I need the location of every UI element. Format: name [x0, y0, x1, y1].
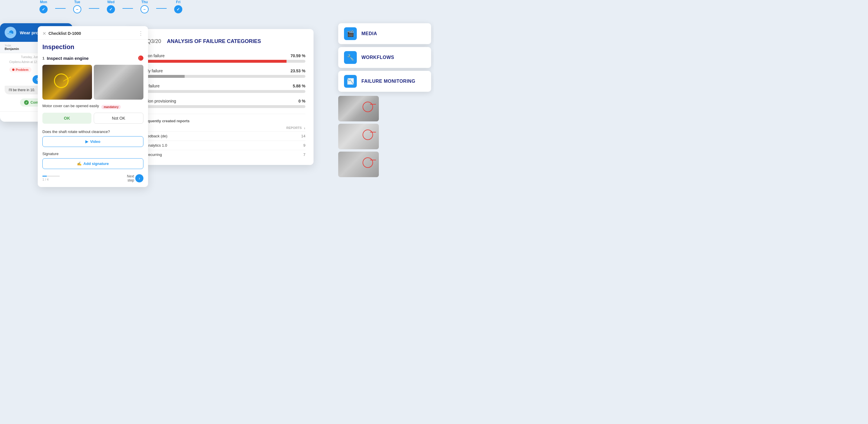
task-label: TASK [5, 44, 19, 47]
next-step-row: Next step › [127, 174, 144, 182]
analysis-title: ANALYSIS OF FAILURE CATEGORIES [167, 38, 261, 44]
engine-image-1 [42, 65, 92, 100]
week-day-thu[interactable]: Thu – [133, 0, 156, 13]
failure-bar-material: Material failure 5.88 % [133, 84, 305, 93]
video-button[interactable]: ▶ Video [42, 136, 144, 147]
week-day-wed[interactable]: Wed ✓ [99, 0, 123, 13]
analysis-quarter: Q3/20 [147, 38, 161, 44]
motor-cover-section: Motor cover can be opened easily mandato… [38, 101, 148, 126]
bar-pct-production: 70.59 % [290, 54, 305, 58]
report-count-2: 7 [244, 150, 305, 159]
bar-track-material [133, 90, 305, 93]
report-title-0: Media feedback (de) [133, 131, 244, 141]
not-ok-button[interactable]: Not OK [94, 113, 144, 124]
signature-icon: ✍ [77, 161, 82, 166]
failure-monitoring-label: FAILURE MONITORING [362, 79, 415, 84]
checklist-id: Checklist D-1000 [49, 31, 81, 36]
bar-track-production [133, 60, 305, 63]
day-circle-wed: ✓ [107, 5, 115, 13]
sort-icon[interactable]: ↓ [304, 126, 306, 129]
sidebar-item-media[interactable]: 🎬 MEDIA [338, 23, 431, 44]
connector-3 [123, 8, 133, 9]
day-circle-fri: ✓ [174, 5, 182, 13]
connector-2 [89, 8, 99, 9]
checklist-item-row: 1 Inspect main engine 🚩 [38, 53, 148, 63]
sidebar-item-workflows[interactable]: 🔧 WORKFLOWS [338, 47, 431, 68]
problem-badge: Problem [9, 67, 31, 72]
checklist-footer: 1 / 4 Next step › [38, 171, 148, 184]
next-step-label2: step [127, 178, 134, 182]
check-icon: ✓ [24, 100, 29, 105]
task-name: Benjamin [5, 47, 19, 51]
failure-monitoring-icon: 📉 [344, 75, 357, 88]
engine-thumb-3 [338, 152, 379, 177]
col-title: TITLE [133, 126, 244, 131]
checklist-header: ✕ Checklist D-1000 ⋮ [38, 26, 148, 40]
progress-bar [42, 176, 60, 177]
week-day-fri[interactable]: Fri ✓ [167, 0, 190, 13]
divider [133, 114, 305, 114]
motor-buttons: OK Not OK [42, 113, 144, 124]
table-row: Media feedback (de) 14 [133, 131, 305, 141]
failure-bar-production: Production failure 70.59 % [133, 54, 305, 63]
red-circle-1 [363, 102, 373, 112]
table-row: Testing Analytics 1.0 9 [133, 141, 305, 150]
day-circle-tue: – [73, 5, 81, 13]
right-sidebar: 🎬 MEDIA 🔧 WORKFLOWS 📉 FAILURE MONITORING [338, 23, 431, 177]
bar-pct-info: 0 % [299, 99, 305, 103]
reports-table: TITLE REPORTS ↓ Media feedback (de) 14 T… [133, 126, 305, 159]
day-label-fri: Fri [176, 0, 180, 4]
video-label: Video [90, 140, 100, 144]
day-label-mon: Mon [40, 0, 47, 4]
checklist-title-row: ✕ Checklist D-1000 [42, 31, 81, 36]
engine-bg-2 [338, 124, 379, 149]
add-signature-button[interactable]: ✍ Add signature [42, 158, 144, 169]
failure-bar-assembly: Assembly failure 23.53 % [133, 68, 305, 78]
media-icon: 🎬 [344, 27, 357, 40]
report-title-2: Test SV recurring [133, 150, 244, 159]
signature-section: Signature ✍ Add signature [38, 149, 148, 171]
day-circle-thu: – [141, 5, 149, 13]
red-line-2 [370, 132, 376, 132]
engine-thumbnails [338, 96, 431, 177]
engine-thumb-1 [338, 96, 379, 121]
bar-pct-material: 5.88 % [292, 84, 305, 88]
checklist-card: ✕ Checklist D-1000 ⋮ Inspection 1 Inspec… [38, 26, 148, 187]
bar-fill-production [133, 60, 286, 63]
item-number: 1 [42, 56, 44, 60]
week-timeline: Mon ✓ Tue – Wed ✓ Thu – Fri ✓ [32, 0, 190, 13]
problem-dot [12, 68, 14, 71]
week-day-tue[interactable]: Tue – [66, 0, 89, 13]
week-day-mon[interactable]: Mon ✓ [32, 0, 55, 13]
sidebar-item-failure-monitoring[interactable]: 📉 FAILURE MONITORING [338, 71, 431, 92]
step-label: 1 / 4 [42, 178, 60, 181]
close-button[interactable]: ✕ [42, 31, 46, 36]
engine-bg-1 [338, 96, 379, 121]
analysis-card: 📊 Q3/20 ANALYSIS OF FAILURE CATEGORIES P… [125, 29, 313, 165]
checklist-images [38, 63, 148, 101]
flag-badge: 🚩 [138, 56, 144, 61]
more-button[interactable]: ⋮ [138, 30, 144, 37]
signature-title: Signature [42, 152, 144, 156]
workflows-label: WORKFLOWS [362, 55, 394, 60]
yellow-circle-overlay [54, 73, 68, 88]
report-count-0: 14 [244, 131, 305, 141]
video-icon: ▶ [85, 140, 88, 144]
day-label-thu: Thu [142, 0, 148, 4]
failure-bar-info: Information provisioning 0 % [133, 99, 305, 108]
shaft-section: Does the shaft rotate without clearance?… [38, 126, 148, 149]
workflows-icon: 🔧 [344, 51, 357, 64]
connector-1 [55, 8, 66, 9]
mandatory-tag: mandatory [101, 105, 121, 109]
next-button[interactable]: › [135, 174, 144, 182]
red-line-3 [370, 160, 376, 160]
motor-cover-label: Motor cover can be opened easily [42, 104, 99, 108]
report-count-1: 9 [244, 141, 305, 150]
ok-button[interactable]: OK [42, 113, 91, 124]
engine-thumb-2 [338, 124, 379, 149]
media-label: MEDIA [362, 31, 377, 36]
engine-bg-3 [338, 152, 379, 177]
analysis-header: 📊 Q3/20 ANALYSIS OF FAILURE CATEGORIES [133, 36, 305, 47]
red-circle-3 [363, 157, 373, 168]
day-label-tue: Tue [74, 0, 80, 4]
